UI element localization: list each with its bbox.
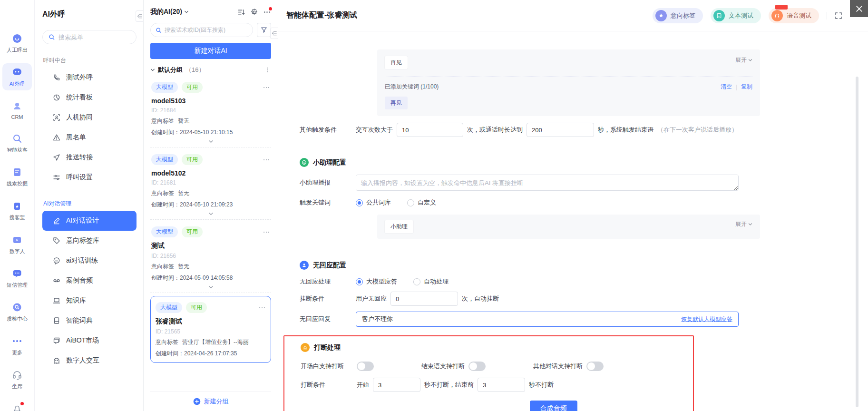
duration-input[interactable] — [527, 123, 594, 137]
rail-item-notifications[interactable]: 通知 — [2, 400, 32, 411]
interaction-count-input[interactable] — [397, 123, 463, 137]
more-actions-button[interactable] — [263, 8, 271, 16]
created-value: 2024-04-26 17:07:35 — [184, 350, 237, 357]
restore-default-link[interactable]: 恢复默认大模型应答 — [681, 315, 732, 323]
card-more-button[interactable] — [263, 228, 270, 236]
intent-label: 意向标签 — [151, 190, 174, 196]
new-group-button[interactable]: 新建分组 — [150, 391, 271, 411]
sidebar-item-smart-dictionary[interactable]: 智能词典 — [42, 311, 137, 331]
sidebar-item-call-settings[interactable]: 呼叫设置 — [42, 167, 137, 187]
created-label: 创建时间： — [151, 201, 180, 208]
radio-llm-answer[interactable]: 大模型应答 — [356, 277, 397, 286]
trigger-hint: （在下一次客户说话后播放） — [657, 126, 738, 134]
menu-search[interactable] — [42, 30, 137, 44]
ghost-icon — [53, 357, 60, 364]
new-dialog-ai-button[interactable]: 新建对话AI — [150, 43, 271, 59]
created-value: 2024-05-10 21:10:15 — [180, 129, 233, 136]
other-dialog-interrupt-toggle[interactable] — [586, 362, 604, 371]
rail-item-sms-management[interactable]: 短信管理 — [2, 264, 32, 292]
interrupt-condition-label: 打断条件 — [301, 381, 357, 389]
card-more-button[interactable] — [263, 84, 270, 91]
synthesize-audio-button[interactable]: 合成音频 — [530, 401, 577, 411]
radio-custom[interactable]: 自定义 — [407, 198, 436, 207]
settings-gear-button[interactable] — [250, 8, 258, 16]
ai-search[interactable] — [150, 23, 253, 37]
rail-item-label: 短信管理 — [7, 282, 28, 289]
sidebar-item-blacklist[interactable]: 黑名单 — [42, 127, 137, 147]
hangup-text: 用户无回应 — [356, 294, 387, 303]
radio-public-lexicon[interactable]: 公共词库 — [356, 198, 391, 207]
card-expand-button[interactable] — [151, 137, 270, 145]
ai-card-test[interactable]: 大模型 可用 测试 ID: 21656 意向标签暂无 创建时间：2024-05-… — [150, 220, 271, 293]
intent-value: 暂无 — [178, 190, 189, 196]
rail-item-crm[interactable]: CRM — [2, 97, 32, 123]
keyword-chip[interactable]: 再见 — [385, 97, 408, 109]
rail-item-smart-acquisition[interactable]: 智能获客 — [2, 129, 32, 157]
rail-item-more[interactable]: 更多 — [2, 332, 32, 359]
fullscreen-button[interactable] — [835, 12, 842, 20]
sidebar-item-aibot-market[interactable]: AiBOT市场 — [42, 331, 137, 351]
card-more-button[interactable] — [258, 304, 266, 312]
dotted-divider — [385, 77, 752, 77]
group-more-button[interactable] — [264, 67, 271, 73]
radio-auto-handle[interactable]: 自动处理 — [413, 277, 449, 286]
card-expand-button[interactable] — [151, 209, 270, 217]
sidebar-item-label: AI对话设计 — [66, 216, 99, 225]
intent-label: 意向标签 — [156, 339, 178, 345]
end-seconds-input[interactable] — [478, 378, 525, 392]
rail-item-soukebao[interactable]: 搜客宝 — [2, 197, 32, 224]
no-response-count-input[interactable] — [390, 292, 458, 306]
sort-button[interactable] — [237, 8, 245, 16]
ai-card-zhangrui-test[interactable]: 大模型 可用 张睿测试 ID: 21565 意向标签营业厅【增值业务】--海丽 … — [150, 296, 271, 363]
hangup-condition-label: 挂断条件 — [300, 294, 356, 303]
ai-list-collapse-handle[interactable] — [270, 28, 278, 39]
rail-item-manual-call[interactable]: 人工呼出 — [2, 29, 32, 57]
sidebar-item-intent-tag-library[interactable]: 意向标签库 — [42, 231, 137, 251]
sidebar-item-stats-dashboard[interactable]: 统计看板 — [42, 88, 137, 108]
sidebar-item-case-audio[interactable]: 案例音频 — [42, 271, 137, 291]
opening-interrupt-toggle[interactable] — [357, 362, 374, 371]
interrupt-section-title: 打断处理 — [314, 343, 341, 352]
clear-link[interactable]: 清空 — [721, 83, 732, 91]
card-more-button[interactable] — [263, 156, 270, 164]
sidebar-collapse-handle[interactable] — [136, 10, 143, 22]
ai-search-input[interactable] — [165, 27, 226, 33]
filter-button[interactable] — [257, 23, 271, 37]
rail-item-qc-center[interactable]: 质检中心 — [2, 298, 32, 325]
ending-interrupt-toggle[interactable] — [468, 362, 486, 371]
market-icon — [53, 337, 60, 344]
expand-toggle[interactable]: 展开 — [735, 56, 752, 64]
rail-item-agent-seat[interactable]: 坐席 — [2, 366, 32, 393]
sidebar-item-digital-human-interaction[interactable]: 数字人交互 — [42, 351, 137, 371]
vertical-scrollbar[interactable] — [856, 77, 858, 407]
start-seconds-input[interactable] — [373, 378, 420, 392]
sidebar-item-human-machine[interactable]: 人机协同 — [42, 108, 137, 127]
ai-card-model5102[interactable]: 大模型 可用 model5102 ID: 21681 意向标签暂无 创建时间：2… — [150, 147, 271, 220]
app-rail: 人工呼出 AI外呼 CRM 智能获客 线索挖掘 搜客宝 数字人 短信管理 质检中… — [0, 0, 35, 411]
sidebar-item-test-outbound[interactable]: 测试外呼 — [42, 68, 137, 88]
sidebar-item-knowledge-base[interactable]: 知识库 — [42, 291, 137, 311]
headset-icon — [771, 10, 783, 21]
my-ai-dropdown[interactable]: 我的AI(20) — [150, 8, 189, 16]
sidebar-item-push-transfer[interactable]: 推送转接 — [42, 147, 137, 167]
duration-text: 次，或通话时长达到 — [467, 126, 523, 134]
sidebar-item-ai-dialog-training[interactable]: ai对话训练 — [42, 251, 137, 271]
no-response-reply-input[interactable] — [362, 316, 681, 323]
text-test-button[interactable]: 文本测试 — [711, 8, 761, 23]
card-expand-button[interactable] — [151, 282, 270, 291]
rail-item-lead-mining[interactable]: 线索挖掘 — [2, 163, 32, 190]
close-button[interactable] — [850, 0, 868, 17]
copy-link[interactable]: 复制 — [741, 83, 752, 91]
rail-item-digital-human[interactable]: 数字人 — [2, 231, 32, 258]
sidebar-item-ai-dialog-design[interactable]: AI对话设计 — [42, 211, 137, 231]
menu-search-input[interactable] — [59, 34, 116, 41]
rail-item-ai-outbound[interactable]: AI外呼 — [2, 63, 32, 90]
broadcast-textarea[interactable] — [356, 175, 739, 191]
ai-card-list: 大模型 可用 model5103 ID: 21684 意向标签暂无 创建时间：2… — [150, 75, 271, 391]
voice-test-button[interactable]: 语音测试 — [769, 8, 819, 23]
intent-tags-button[interactable]: 意向标签 — [653, 8, 703, 23]
rail-item-label: CRM — [11, 114, 23, 120]
expand-toggle[interactable]: 展开 — [735, 220, 752, 228]
ai-card-model5103[interactable]: 大模型 可用 model5103 ID: 21684 意向标签暂无 创建时间：2… — [150, 75, 271, 147]
group-default[interactable]: 默认分组 （16） — [150, 66, 271, 74]
